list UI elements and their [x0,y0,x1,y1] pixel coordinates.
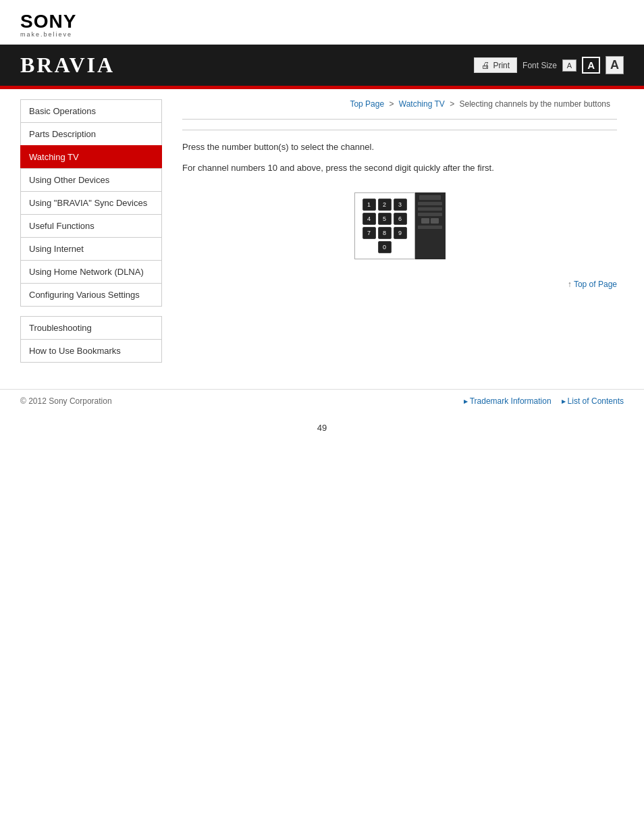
header-bar: BRAVIA Print Font Size A A A [0,45,644,86]
header-controls: Print Font Size A A A [474,56,624,74]
sidebar-item-parts-description[interactable]: Parts Description [20,122,162,146]
key-4: 4 [363,213,376,225]
breadcrumb-sep1: > [389,99,396,109]
print-button[interactable]: Print [474,57,517,73]
sidebar-item-using-internet[interactable]: Using Internet [20,237,162,261]
remote-line-5 [418,226,441,229]
remote-line-4 [418,213,441,216]
top-of-page-arrow: ↑ [568,280,574,289]
breadcrumb-top-page[interactable]: Top Page [350,99,384,109]
font-size-label: Font Size [522,61,557,70]
sony-tagline: make.believe [20,31,624,38]
print-label: Print [493,61,510,70]
body-text-1: Press the number button(s) to select the… [182,140,617,155]
remote-line-1 [419,195,440,200]
divider-second [182,130,617,130]
sidebar-item-watching-tv[interactable]: Watching TV [20,145,162,169]
key-2: 2 [378,199,392,211]
remote-line-3 [418,207,441,211]
sidebar-item-bookmarks[interactable]: How to Use Bookmarks [20,339,162,363]
remote-line-2 [418,202,441,205]
sidebar-item-troubleshooting[interactable]: Troubleshooting [20,316,162,340]
key-0: 0 [378,241,392,253]
remote-buttons-row [417,218,444,224]
sidebar-item-using-other-devices[interactable]: Using Other Devices [20,168,162,192]
keypad-row-3: 7 8 9 [360,227,409,239]
key-9: 9 [394,227,407,239]
sony-logo: SONY [20,12,624,31]
logo-area: SONY make.believe [0,0,644,45]
remote-small-btn-1 [421,218,429,224]
remote-keypad: 1 2 3 4 5 6 7 8 9 0 [354,192,415,259]
remote-small-btn-2 [431,218,439,224]
breadcrumb-sep2: > [450,99,456,109]
key-5: 5 [378,213,392,225]
list-of-contents-link[interactable]: List of Contents [562,396,624,406]
key-3: 3 [394,199,407,211]
keypad-row-2: 4 5 6 [360,213,409,225]
sidebar-group-main: Basic Operations Parts Description Watch… [20,99,162,307]
divider-top [182,119,617,120]
key-7: 7 [363,227,376,239]
sidebar-item-basic-operations[interactable]: Basic Operations [20,99,162,123]
breadcrumb: Top Page > Watching TV > Selecting chann… [182,99,617,109]
trademark-link[interactable]: Trademark Information [464,396,552,406]
top-of-page-label: Top of Page [574,280,617,289]
remote-body [415,192,446,259]
sidebar-item-configuring-settings[interactable]: Configuring Various Settings [20,283,162,307]
footer-copyright: © 2012 Sony Corporation [20,396,112,406]
font-large-button[interactable]: A [606,56,624,74]
sidebar-item-useful-functions[interactable]: Useful Functions [20,214,162,238]
key-6: 6 [394,213,407,225]
font-small-button[interactable]: A [562,59,576,72]
remote-image: 1 2 3 4 5 6 7 8 9 0 [182,192,617,259]
print-icon [481,60,490,70]
keypad-row-0: 0 [360,241,409,253]
breadcrumb-current: Selecting channels by the number buttons [460,99,610,109]
sidebar-item-using-bravia-sync[interactable]: Using "BRAVIA" Sync Devices [20,191,162,215]
main-layout: Basic Operations Parts Description Watch… [0,89,644,382]
page-number: 49 [0,413,644,453]
top-of-page-link[interactable]: ↑ Top of Page [182,280,617,289]
content-area: Top Page > Watching TV > Selecting chann… [162,89,644,382]
font-medium-button[interactable]: A [582,57,600,74]
sidebar-item-using-home-network[interactable]: Using Home Network (DLNA) [20,260,162,284]
bravia-title: BRAVIA [20,53,115,78]
breadcrumb-watching-tv[interactable]: Watching TV [399,99,445,109]
key-1: 1 [363,199,376,211]
body-text-2: For channel numbers 10 and above, press … [182,161,617,176]
key-8: 8 [378,227,392,239]
sidebar-group-secondary: Troubleshooting How to Use Bookmarks [20,316,162,363]
footer-links: Trademark Information List of Contents [464,396,624,406]
sidebar: Basic Operations Parts Description Watch… [0,89,162,382]
footer: © 2012 Sony Corporation Trademark Inform… [0,389,644,413]
keypad-row-1: 1 2 3 [360,199,409,211]
